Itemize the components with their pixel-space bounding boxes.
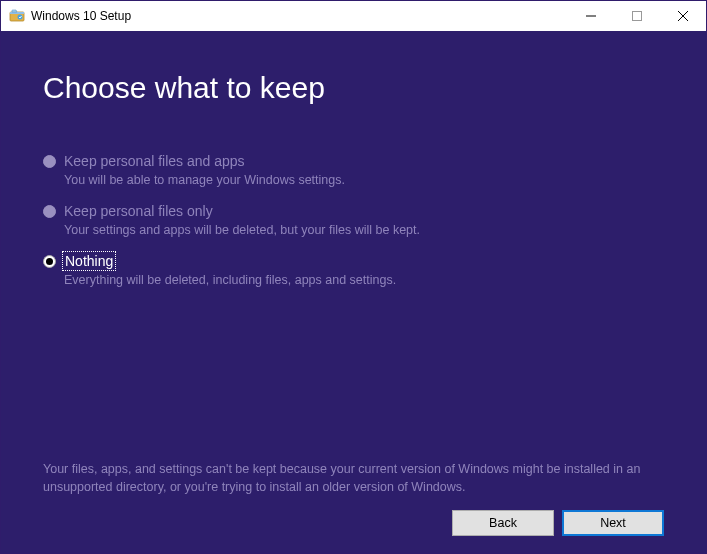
titlebar: Windows 10 Setup — [1, 1, 706, 31]
close-button[interactable] — [660, 1, 706, 31]
option-label: Nothing — [64, 253, 114, 269]
radio-icon — [43, 255, 56, 268]
back-button[interactable]: Back — [452, 510, 554, 536]
option-keep-files-only[interactable]: Keep personal files only Your settings a… — [43, 203, 664, 237]
option-description: Everything will be deleted, including fi… — [64, 273, 664, 287]
setup-content: Choose what to keep Keep personal files … — [1, 31, 706, 554]
app-icon — [9, 8, 25, 24]
svg-rect-4 — [633, 12, 642, 21]
option-label: Keep personal files only — [64, 203, 213, 219]
window-controls — [568, 1, 706, 31]
radio-icon — [43, 155, 56, 168]
option-description: Your settings and apps will be deleted, … — [64, 223, 664, 237]
radio-icon — [43, 205, 56, 218]
option-label: Keep personal files and apps — [64, 153, 245, 169]
next-button[interactable]: Next — [562, 510, 664, 536]
button-row: Back Next — [43, 510, 664, 536]
option-keep-files-apps[interactable]: Keep personal files and apps You will be… — [43, 153, 664, 187]
option-description: You will be able to manage your Windows … — [64, 173, 664, 187]
svg-point-2 — [18, 15, 23, 20]
window-title: Windows 10 Setup — [31, 9, 568, 23]
minimize-button[interactable] — [568, 1, 614, 31]
footer-note: Your files, apps, and settings can't be … — [43, 461, 664, 496]
options-group: Keep personal files and apps You will be… — [43, 153, 664, 461]
maximize-button — [614, 1, 660, 31]
page-title: Choose what to keep — [43, 71, 664, 105]
option-nothing[interactable]: Nothing Everything will be deleted, incl… — [43, 253, 664, 287]
